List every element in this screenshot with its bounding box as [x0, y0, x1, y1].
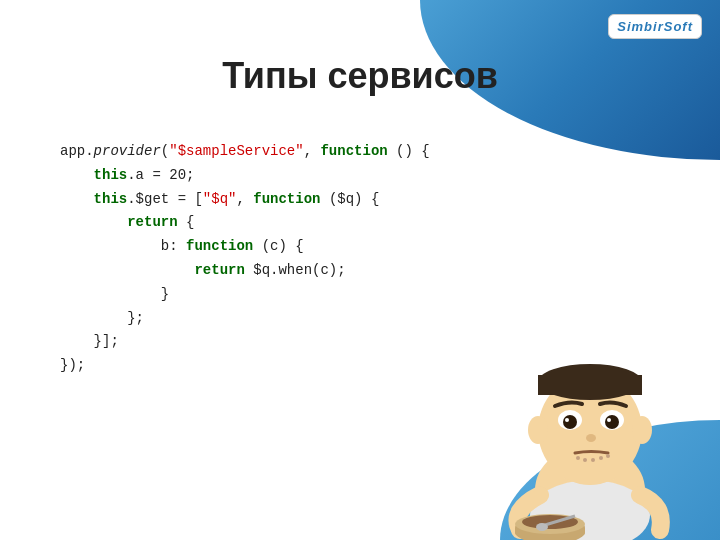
- slide-title: Типы сервисов: [0, 55, 720, 97]
- svg-point-18: [576, 456, 580, 460]
- logo-text: SimbirSoft: [617, 19, 693, 34]
- code-line-4: return {: [60, 211, 520, 235]
- svg-point-17: [586, 434, 596, 442]
- simbirsoft-logo: SimbirSoft: [608, 14, 702, 39]
- svg-point-9: [528, 416, 548, 444]
- svg-point-20: [591, 458, 595, 462]
- code-line-9: }];: [60, 330, 520, 354]
- code-line-2: this.a = 20;: [60, 164, 520, 188]
- svg-point-13: [565, 418, 569, 422]
- code-line-5: b: function (c) {: [60, 235, 520, 259]
- svg-point-24: [536, 523, 548, 531]
- svg-point-22: [606, 454, 610, 458]
- svg-point-16: [607, 418, 611, 422]
- svg-point-19: [583, 458, 587, 462]
- code-line-3: this.$get = ["$q", function ($q) {: [60, 188, 520, 212]
- svg-point-12: [563, 415, 577, 429]
- svg-point-15: [605, 415, 619, 429]
- svg-point-10: [632, 416, 652, 444]
- svg-point-21: [599, 456, 603, 460]
- code-line-8: };: [60, 307, 520, 331]
- svg-rect-8: [538, 375, 642, 395]
- code-line-10: });: [60, 354, 520, 378]
- code-line-1: app.provider("$sampleService", function …: [60, 140, 520, 164]
- code-block: app.provider("$sampleService", function …: [60, 140, 520, 378]
- code-line-6: return $q.when(c);: [60, 259, 520, 283]
- code-line-7: }: [60, 283, 520, 307]
- meme-character: [490, 320, 690, 530]
